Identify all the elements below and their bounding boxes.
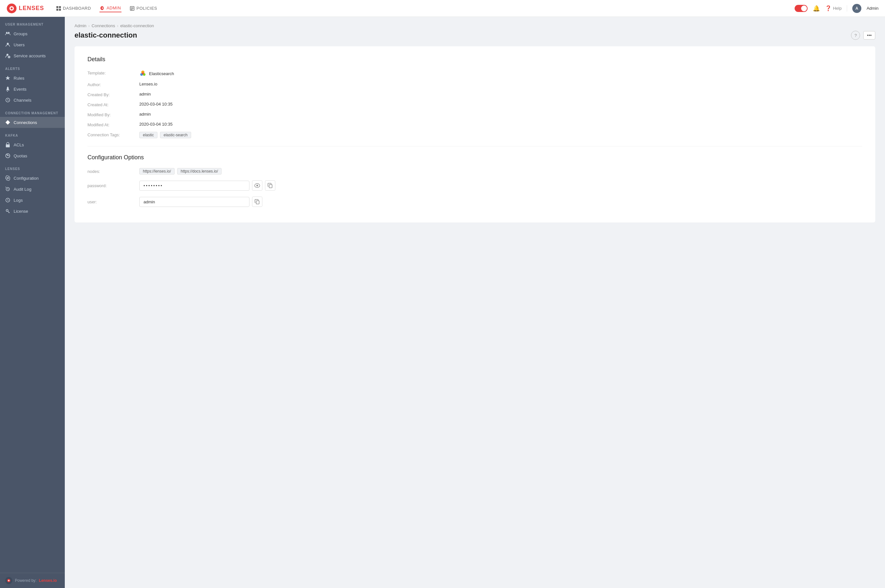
- logo-text: LENSES: [19, 5, 44, 12]
- service-accounts-icon: [5, 53, 11, 58]
- sidebar-item-configuration[interactable]: Configuration: [0, 172, 65, 184]
- help-button[interactable]: ❓ Help: [825, 5, 841, 11]
- footer-circle-icon: [7, 579, 11, 582]
- help-circle-icon: ❓: [825, 5, 832, 11]
- config-section-title: Configuration Options: [87, 154, 862, 161]
- policies-icon: [130, 6, 134, 10]
- quotas-icon: [5, 153, 11, 158]
- author-label: Author:: [87, 82, 139, 87]
- copy-password-button[interactable]: [265, 180, 275, 191]
- footer-brand: Lenses.io: [39, 578, 57, 583]
- svg-point-25: [6, 210, 8, 212]
- show-password-button[interactable]: [252, 180, 262, 191]
- elasticsearch-icon: [139, 70, 146, 77]
- help-circle-button[interactable]: ?: [851, 31, 860, 40]
- svg-rect-11: [131, 9, 132, 10]
- logo[interactable]: LENSES: [6, 3, 44, 14]
- eye-icon: [254, 183, 260, 188]
- audit-log-icon: [5, 186, 11, 192]
- sidebar-item-acls[interactable]: ACLs: [0, 139, 65, 150]
- nav-policies[interactable]: POLICIES: [129, 4, 158, 12]
- nodes-label: nodes:: [87, 169, 139, 174]
- sidebar-item-rules[interactable]: Rules: [0, 72, 65, 84]
- page-header: elastic-connection ? •••: [75, 31, 875, 40]
- configuration-gear-icon: [5, 176, 11, 181]
- sidebar-quotas-label: Quotas: [14, 153, 27, 158]
- sidebar-license-label: License: [14, 209, 28, 214]
- copy-icon: [267, 183, 273, 188]
- detail-row-connection-tags: Connection Tags: elastic elastic-search: [87, 132, 862, 138]
- help-label: Help: [833, 6, 841, 10]
- footer-logo-icon[interactable]: [5, 577, 12, 584]
- svg-point-12: [6, 32, 8, 34]
- sidebar-item-events[interactable]: Events: [0, 84, 65, 94]
- sidebar-item-channels[interactable]: Channels: [0, 94, 65, 105]
- user-input[interactable]: [139, 197, 249, 207]
- main-card: Details Template: Elasticsearch Au: [75, 46, 875, 222]
- logs-clock-icon: [5, 198, 11, 203]
- modified-at-label: Modified At:: [87, 122, 139, 127]
- sidebar-item-service-accounts[interactable]: Service accounts: [0, 50, 65, 61]
- svg-point-15: [6, 54, 8, 56]
- sidebar-section-kafka: KAFKA: [0, 128, 65, 139]
- svg-rect-6: [59, 9, 61, 10]
- modified-by-label: Modified By:: [87, 112, 139, 117]
- detail-row-author: Author: Lenses.io: [87, 82, 862, 87]
- node-tag-lenses: https://lenses.io/: [139, 168, 174, 174]
- created-by-value: admin: [139, 92, 151, 96]
- svg-rect-10: [131, 8, 134, 9]
- sidebar-channels-label: Channels: [14, 98, 32, 103]
- author-value: Lenses.io: [139, 82, 158, 87]
- groups-icon: [5, 31, 11, 36]
- admin-avatar[interactable]: A: [852, 4, 861, 13]
- rules-icon: [5, 75, 11, 81]
- sidebar-footer: Powered by: Lenses.io: [0, 573, 65, 588]
- password-input[interactable]: [139, 181, 249, 191]
- sidebar-item-quotas[interactable]: Quotas: [0, 150, 65, 161]
- tag-elastic: elastic: [139, 132, 158, 138]
- nav-policies-label: POLICIES: [137, 6, 157, 10]
- svg-rect-32: [269, 184, 272, 188]
- svg-marker-19: [6, 76, 10, 80]
- sidebar-item-users[interactable]: Users: [0, 39, 65, 50]
- admin-name-label[interactable]: Admin: [867, 6, 879, 10]
- nav-divider: [847, 5, 847, 12]
- main-layout: USER MANAGEMENT Groups Users Service acc…: [0, 17, 885, 588]
- sidebar-item-logs[interactable]: Logs: [0, 195, 65, 206]
- sidebar-rules-label: Rules: [14, 76, 24, 81]
- header-actions: ? •••: [851, 31, 875, 40]
- sidebar-item-license[interactable]: License: [0, 206, 65, 217]
- sidebar-section-connection-management: CONNECTION MANAGEMENT: [0, 105, 65, 117]
- sidebar-groups-label: Groups: [14, 32, 27, 36]
- template-value: Elasticsearch: [139, 70, 174, 77]
- user-label: user:: [87, 200, 139, 204]
- svg-point-13: [8, 32, 10, 34]
- nav-admin[interactable]: ADMIN: [99, 4, 122, 12]
- config-row-user: user:: [87, 196, 862, 207]
- detail-row-created-at: Created At: 2020-03-04 10:35: [87, 102, 862, 107]
- sidebar-item-groups[interactable]: Groups: [0, 28, 65, 39]
- notifications-bell-icon[interactable]: 🔔: [813, 5, 820, 12]
- svg-rect-22: [6, 144, 10, 147]
- sidebar-item-connections[interactable]: Connections: [0, 117, 65, 128]
- section-divider: [87, 146, 862, 146]
- theme-toggle[interactable]: [795, 5, 808, 12]
- modified-at-value: 2020-03-04 10:35: [139, 122, 173, 127]
- breadcrumb-current: elastic-connection: [120, 23, 154, 28]
- channels-icon: [5, 98, 11, 103]
- svg-marker-21: [6, 120, 10, 124]
- sidebar-item-audit-log[interactable]: Audit Log: [0, 184, 65, 195]
- acls-lock-icon: [5, 142, 11, 147]
- svg-rect-33: [256, 201, 259, 204]
- svg-rect-3: [56, 6, 58, 8]
- breadcrumb-connections[interactable]: Connections: [92, 23, 115, 28]
- top-navigation: LENSES DASHBOARD ADMIN POLICIES 🔔 ❓ Help…: [0, 0, 885, 17]
- breadcrumb-admin[interactable]: Admin: [75, 23, 87, 28]
- sidebar-section-alerts: ALERTS: [0, 61, 65, 72]
- nav-dashboard[interactable]: DASHBOARD: [56, 4, 92, 12]
- svg-point-2: [11, 8, 13, 9]
- sidebar-logs-label: Logs: [14, 198, 23, 203]
- more-options-button[interactable]: •••: [863, 31, 875, 39]
- copy-user-button[interactable]: [252, 196, 262, 207]
- detail-row-created-by: Created By: admin: [87, 92, 862, 97]
